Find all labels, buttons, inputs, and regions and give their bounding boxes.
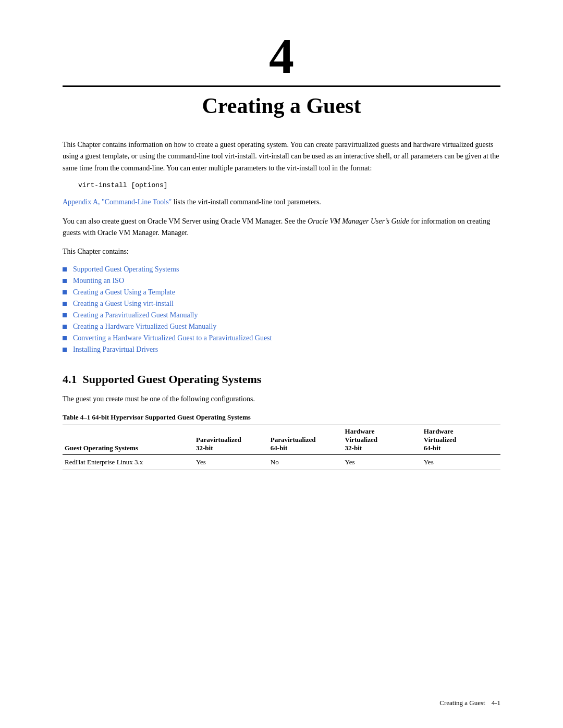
col-header-para64: Paravirtualized 64-bit: [268, 425, 343, 455]
oracle-para-start: You can also create guest on Oracle VM S…: [63, 217, 308, 225]
intro-paragraph: This Chapter contains information on how…: [63, 139, 500, 174]
list-item: Mounting an ISO: [63, 277, 500, 285]
toc-link-1[interactable]: Supported Guest Operating Systems: [73, 265, 179, 274]
this-chapter-contains: This Chapter contains:: [63, 246, 500, 257]
toc-link-5[interactable]: Creating a Paravirtualized Guest Manuall…: [73, 311, 198, 319]
table-cell-para32: Yes: [194, 455, 268, 470]
chapter-rule: [63, 85, 500, 87]
bullet-icon: [63, 325, 67, 329]
table-cell-hw32: Yes: [343, 455, 422, 470]
oracle-paragraph: You can also create guest on Oracle VM S…: [63, 216, 500, 239]
toc-link-2[interactable]: Mounting an ISO: [73, 277, 124, 285]
chapter-title: Creating a Guest: [63, 93, 500, 118]
chapter-number: 4: [63, 31, 500, 81]
code-snippet: virt-install [options]: [78, 181, 500, 189]
table-caption-bold: Table 4–1: [63, 413, 90, 421]
toc-link-4[interactable]: Creating a Guest Using virt-install: [73, 300, 174, 308]
list-item: Converting a Hardware Virtualized Guest …: [63, 334, 500, 342]
toc-link-8[interactable]: Installing Paravirtual Drivers: [73, 346, 158, 354]
list-item: Installing Paravirtual Drivers: [63, 346, 500, 354]
bullet-icon: [63, 267, 67, 272]
toc-link-6[interactable]: Creating a Hardware Virtualized Guest Ma…: [73, 323, 216, 331]
section-number: 4.1: [63, 373, 77, 386]
bullet-icon: [63, 290, 67, 294]
table-row: RedHat Enterprise Linux 3.x Yes No Yes Y…: [63, 455, 500, 470]
list-item: Creating a Paravirtualized Guest Manuall…: [63, 311, 500, 319]
list-item: Creating a Hardware Virtualized Guest Ma…: [63, 323, 500, 331]
col-header-para32: Paravirtualized 32-bit: [194, 425, 268, 455]
page: 4 Creating a Guest This Chapter contains…: [0, 0, 563, 728]
section-intro: The guest you create must be one of the …: [63, 393, 500, 405]
section-4-1-heading: 4.1 Supported Guest Operating Systems: [63, 373, 500, 386]
table-cell-os: RedHat Enterprise Linux 3.x: [63, 455, 194, 470]
toc-link-3[interactable]: Creating a Guest Using a Template: [73, 288, 175, 297]
bullet-icon: [63, 302, 67, 306]
oracle-guide-title: Oracle VM Manager User’s Guide: [308, 217, 409, 225]
appendix-link[interactable]: Appendix A, "Command-Line Tools": [63, 198, 174, 206]
section-title: Supported Guest Operating Systems: [83, 373, 262, 386]
table-cell-hw64: Yes: [422, 455, 500, 470]
table-caption-rest: 64-bit Hypervisor Supported Guest Operat…: [90, 413, 250, 421]
toc-link-7[interactable]: Converting a Hardware Virtualized Guest …: [73, 334, 272, 342]
bullet-icon: [63, 279, 67, 283]
toc-bullet-list: Supported Guest Operating Systems Mounti…: [63, 265, 500, 354]
table-cell-para64: No: [268, 455, 343, 470]
footer-right: 4-1: [492, 699, 500, 707]
col-header-hw64: HardwareVirtualized 64-bit: [422, 425, 500, 455]
footer-left: Creating a Guest: [439, 699, 485, 707]
list-item: Creating a Guest Using a Template: [63, 288, 500, 297]
supported-os-table: Guest Operating Systems Paravirtualized …: [63, 425, 500, 470]
col-header-hw32: HardwareVirtualized 32-bit: [343, 425, 422, 455]
table-caption: Table 4–1 64-bit Hypervisor Supported Gu…: [63, 413, 500, 422]
page-footer: Creating a Guest 4-1: [439, 699, 500, 707]
bullet-icon: [63, 348, 67, 352]
list-item: Supported Guest Operating Systems: [63, 265, 500, 274]
appendix-paragraph: Appendix A, "Command-Line Tools" lists t…: [63, 196, 500, 208]
appendix-rest-text: lists the virt-install command-line tool…: [174, 198, 321, 206]
bullet-icon: [63, 313, 67, 317]
list-item: Creating a Guest Using virt-install: [63, 300, 500, 308]
bullet-icon: [63, 336, 67, 340]
col-header-os: Guest Operating Systems: [63, 425, 194, 455]
